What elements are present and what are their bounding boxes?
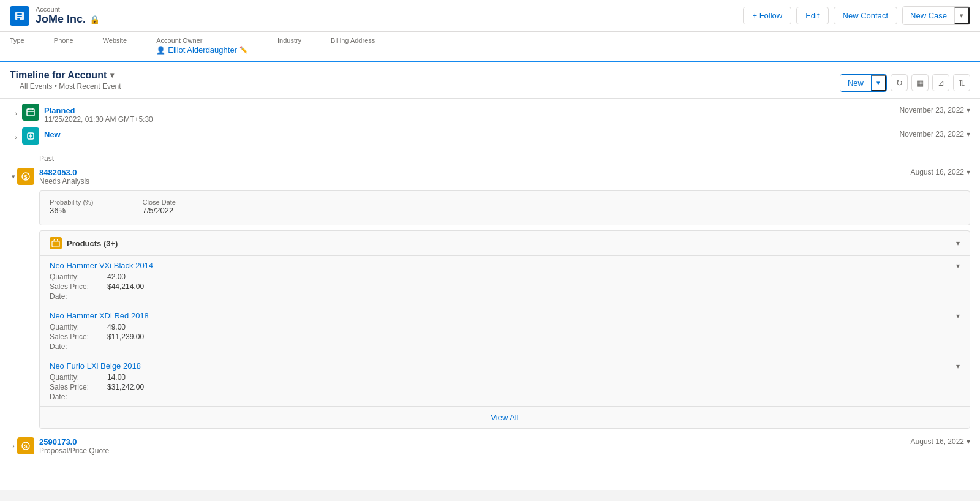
- new-case-dropdown[interactable]: ▾: [954, 7, 970, 24]
- timeline-title: Timeline for Account ▾: [10, 70, 131, 81]
- new-contact-button[interactable]: New Contact: [834, 7, 897, 24]
- products-title: Products (3+): [67, 239, 118, 248]
- product-2-dropdown[interactable]: ▾: [956, 312, 960, 320]
- page-header: Account JoMe Inc. 🔒 + Follow Edit New Co…: [0, 0, 980, 32]
- meta-phone: Phone: [54, 37, 74, 45]
- filter-button[interactable]: ⊿: [932, 74, 949, 91]
- product-2-fields: Quantity: 49.00 Sales Price: $11,239.00 …: [50, 323, 960, 351]
- new-date-dropdown[interactable]: ▾: [967, 130, 970, 138]
- new-title[interactable]: New: [44, 130, 61, 139]
- products-icon: [50, 237, 62, 249]
- products-collapse-icon[interactable]: ▾: [956, 239, 960, 247]
- 8482053-content: 8482053.0 Needs Analysis August 16, 2022…: [39, 168, 970, 434]
- close-date-field: Close Date 7/5/2022: [143, 198, 176, 215]
- probability-field: Probability (%) 36%: [50, 198, 94, 215]
- planned-content: Planned 11/25/2022, 01:30 AM GMT+5:30 No…: [44, 104, 970, 124]
- account-info: Account JoMe Inc. 🔒: [36, 6, 100, 26]
- svg-rect-2: [17, 16, 22, 17]
- svg-rect-3: [17, 18, 20, 20]
- 2590173-title[interactable]: 2590173.0: [39, 437, 109, 446]
- list-item: Neo Furio LXi Beige 2018 ▾ Quantity: 14.…: [40, 356, 970, 406]
- timeline-body: › Planned 11/25/2022, 01:30 AM GMT+5:30: [0, 99, 980, 464]
- 8482053-header: 8482053.0 Needs Analysis August 16, 2022…: [39, 168, 970, 186]
- list-item: Neo Hammer VXi Black 2014 ▾ Quantity: 42…: [40, 255, 970, 306]
- svg-rect-1: [17, 13, 22, 15]
- meta-billing-address: Billing Address: [331, 37, 375, 45]
- 2590173-subtitle: Proposal/Price Quote: [39, 446, 109, 455]
- svg-text:$: $: [24, 443, 27, 450]
- svg-rect-4: [27, 109, 34, 116]
- timeline-subtitle: All Events • Most Recent Event: [10, 81, 131, 96]
- planned-icon: [22, 104, 39, 121]
- new-content: New November 23, 2022 ▾: [44, 127, 970, 139]
- expand-2590173[interactable]: ›: [10, 437, 17, 450]
- product-name-1[interactable]: Neo Hammer VXi Black 2014: [50, 261, 153, 270]
- expanded-left-2: › $: [10, 437, 39, 454]
- account-icon: [10, 6, 29, 26]
- edit-button[interactable]: Edit: [796, 7, 828, 24]
- planned-subtitle: 11/25/2022, 01:30 AM GMT+5:30: [44, 115, 153, 124]
- meta-type: Type: [10, 37, 24, 45]
- expand-new[interactable]: ›: [10, 127, 22, 141]
- view-all-link[interactable]: View All: [491, 413, 518, 422]
- follow-button[interactable]: + Follow: [743, 7, 791, 24]
- timeline-new-button[interactable]: New: [840, 75, 871, 91]
- planned-title[interactable]: Planned: [44, 106, 153, 115]
- timeline-title-dropdown-icon[interactable]: ▾: [110, 71, 114, 80]
- meta-industry: Industry: [277, 37, 301, 45]
- view-all-row: View All: [40, 406, 970, 428]
- 8482053-title[interactable]: 8482053.0: [39, 168, 89, 177]
- 2590173-date: August 16, 2022 ▾: [911, 437, 970, 446]
- 8482053-subtitle: Needs Analysis: [39, 177, 89, 186]
- planned-date: November 23, 2022 ▾: [900, 106, 970, 115]
- svg-text:$: $: [24, 174, 27, 180]
- new-case-button[interactable]: New Case: [903, 7, 954, 24]
- account-owner-link[interactable]: Elliot Alderdaughter: [168, 45, 237, 55]
- refresh-button[interactable]: ↻: [891, 74, 908, 91]
- product-3-fields: Quantity: 14.00 Sales Price: $31,242.00 …: [50, 373, 960, 401]
- 8482053-detail-box: Probability (%) 36% Close Date 7/5/2022: [39, 190, 970, 225]
- product-name-2[interactable]: Neo Hammer XDi Red 2018: [50, 311, 149, 320]
- past-divider: Past: [10, 148, 970, 168]
- products-header[interactable]: Products (3+) ▾: [40, 231, 970, 255]
- account-name: JoMe Inc. 🔒: [36, 13, 100, 26]
- 2590173-header: 2590173.0 Proposal/Price Quote August 16…: [39, 437, 970, 455]
- meta-account-owner: Account Owner 👤 Elliot Alderdaughter ✏️: [156, 37, 248, 55]
- list-item: Neo Hammer XDi Red 2018 ▾ Quantity: 49.0…: [40, 306, 970, 356]
- expand-8482053[interactable]: ▾: [10, 168, 17, 181]
- product-3-dropdown[interactable]: ▾: [956, 362, 960, 371]
- meta-website: Website: [103, 37, 127, 45]
- planned-date-dropdown[interactable]: ▾: [967, 106, 970, 115]
- timeline-title-group: Timeline for Account ▾ All Events • Most…: [10, 70, 131, 96]
- expand-planned[interactable]: ›: [10, 104, 22, 117]
- product-1-fields: Quantity: 42.00 Sales Price: $44,214.00 …: [50, 273, 960, 301]
- timeline-header: Timeline for Account ▾ All Events • Most…: [0, 62, 980, 99]
- timeline-new-button-group: New ▾: [840, 74, 887, 92]
- expanded-left: ▾ $: [10, 168, 39, 185]
- calendar-view-button[interactable]: ▦: [911, 74, 929, 91]
- sort-button[interactable]: ⇅: [953, 74, 970, 91]
- 2590173-date-dropdown[interactable]: ▾: [967, 437, 970, 446]
- account-owner-icon: 👤: [156, 46, 165, 55]
- opportunity-icon-2590173: $: [17, 437, 34, 454]
- new-date: November 23, 2022 ▾: [900, 130, 970, 138]
- product-name-3[interactable]: Neo Furio LXi Beige 2018: [50, 361, 141, 371]
- products-section: Products (3+) ▾ Neo Hammer VXi Black 201…: [39, 230, 970, 429]
- lock-icon: 🔒: [89, 15, 100, 24]
- list-item: ▾ $ 8482053.0 Needs Analysis August 16, …: [10, 168, 970, 434]
- edit-owner-icon[interactable]: ✏️: [239, 46, 248, 54]
- header-left: Account JoMe Inc. 🔒: [10, 6, 743, 26]
- list-item: › $ 2590173.0 Proposal/Price Quote Augus…: [10, 437, 970, 455]
- timeline-actions: New ▾ ↻ ▦ ⊿ ⇅: [840, 74, 970, 92]
- detail-row-prob: Probability (%) 36% Close Date 7/5/2022: [50, 198, 960, 215]
- 8482053-date-dropdown[interactable]: ▾: [967, 168, 970, 176]
- opportunity-icon-8482053: $: [17, 168, 34, 185]
- new-icon: [22, 127, 39, 145]
- timeline-new-dropdown[interactable]: ▾: [871, 75, 886, 91]
- 2590173-content: 2590173.0 Proposal/Price Quote August 16…: [39, 437, 970, 455]
- list-item: › New November 23, 2022 ▾: [10, 127, 970, 145]
- product-1-dropdown[interactable]: ▾: [956, 262, 960, 270]
- meta-bar: Type Phone Website Account Owner 👤 Ellio…: [0, 32, 980, 62]
- account-label: Account: [36, 6, 100, 13]
- timeline-container: Timeline for Account ▾ All Events • Most…: [0, 62, 980, 490]
